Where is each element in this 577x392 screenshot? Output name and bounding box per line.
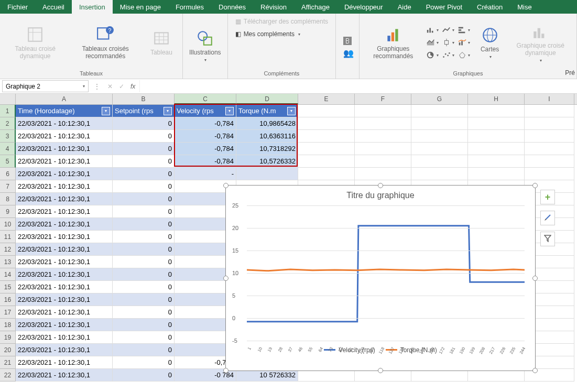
resize-handle-n[interactable] (378, 183, 383, 188)
ribbon-tab-affichage[interactable]: Affichage (294, 0, 337, 14)
cell[interactable]: 0 (113, 268, 175, 281)
cell[interactable]: 0 (113, 369, 175, 382)
cell[interactable]: Setpoint (rps▾ (113, 105, 175, 117)
row-header[interactable]: 9 (0, 205, 16, 218)
cell[interactable]: 0 (113, 117, 175, 130)
chart-filter-button[interactable] (540, 232, 555, 246)
embedded-chart[interactable]: + Titre du graphique -505101520251101928… (225, 185, 536, 371)
column-header-C[interactable]: C (175, 94, 236, 104)
filter-dropdown-icon[interactable]: ▾ (102, 107, 110, 115)
cell[interactable]: 0 (113, 155, 175, 168)
recommended-charts-button[interactable]: Graphiques recommandés (365, 24, 422, 62)
row-header[interactable]: 17 (0, 306, 16, 319)
cell[interactable] (298, 105, 355, 117)
column-header-A[interactable]: A (16, 94, 113, 104)
recommended-pivot-button[interactable]: ? Tableaux croisés recommandés (69, 24, 141, 62)
insert-function-icon[interactable]: ⋮ (91, 83, 103, 90)
cell[interactable] (411, 143, 468, 155)
row-header[interactable]: 8 (0, 193, 16, 205)
filter-dropdown-icon[interactable]: ▾ (287, 107, 296, 115)
cell[interactable]: -0,784 (175, 143, 236, 155)
ribbon-tab-révision[interactable]: Révision (253, 0, 294, 14)
cell[interactable] (411, 155, 468, 168)
cell[interactable]: 22/03/2021 - 10:12:30,1 (16, 218, 113, 231)
row-header[interactable]: 22 (0, 369, 16, 382)
cell[interactable]: 22/03/2021 - 10:12:30,1 (16, 155, 113, 168)
column-header-E[interactable]: E (298, 94, 355, 104)
line-chart-icon[interactable]: ▾ (442, 24, 454, 36)
column-header-I[interactable]: I (525, 94, 574, 104)
cell[interactable]: 22/03/2021 - 10:12:30,1 (16, 306, 113, 319)
resize-handle-s[interactable] (378, 368, 383, 373)
row-header[interactable]: 21 (0, 356, 16, 369)
cell[interactable] (468, 168, 525, 180)
row-header[interactable]: 7 (0, 180, 16, 193)
cell[interactable]: 22/03/2021 - 10:12:30,1 (16, 143, 113, 155)
cell[interactable] (468, 105, 525, 117)
resize-handle-e[interactable] (532, 276, 538, 281)
cell[interactable]: 22/03/2021 - 10:12:30,1 (16, 356, 113, 369)
cell[interactable]: 0 (113, 256, 175, 268)
resize-handle-sw[interactable] (223, 368, 228, 373)
cell[interactable]: -0,784 (175, 130, 236, 143)
cell[interactable] (236, 168, 298, 180)
name-box[interactable]: Graphique 2 ▾ (2, 80, 89, 92)
cell[interactable]: 0 (113, 319, 175, 331)
cell[interactable]: 22/03/2021 - 10:12:30,1 (16, 256, 113, 268)
cell[interactable]: 22/03/2021 - 10:12:30,1 (16, 193, 113, 205)
cell[interactable]: 0 (113, 205, 175, 218)
ribbon-tab-développeur[interactable]: Développeur (337, 0, 390, 14)
row-header[interactable]: 2 (0, 117, 16, 130)
cell[interactable]: 0 (113, 344, 175, 356)
radar-chart-icon[interactable]: ▾ (458, 49, 470, 61)
cell[interactable]: 0 (113, 293, 175, 306)
cell[interactable]: 22/03/2021 - 10:12:30,1 (16, 331, 113, 344)
cell[interactable]: 22/03/2021 - 10:12:30,1 (16, 293, 113, 306)
my-addins-button[interactable]: ◧ Mes compléments ▾ (233, 29, 302, 39)
row-header[interactable]: 19 (0, 331, 16, 344)
cell[interactable]: Time (Horodatage)▾ (16, 105, 113, 117)
cell[interactable]: 0 (113, 306, 175, 319)
chart-elements-button[interactable]: + (540, 190, 555, 204)
cell[interactable]: 22/03/2021 - 10:12:30,1 (16, 281, 113, 293)
cell[interactable] (468, 117, 525, 130)
column-header-F[interactable]: F (355, 94, 411, 104)
cell[interactable] (355, 105, 411, 117)
cell[interactable]: 22/03/2021 - 10:12:30,1 (16, 344, 113, 356)
cell[interactable]: 10,9865428 (236, 117, 298, 130)
cell[interactable]: 22/03/2021 - 10:12:30,1 (16, 231, 113, 243)
resize-handle-nw[interactable] (223, 183, 228, 188)
row-header[interactable]: 10 (0, 218, 16, 231)
statistical-chart-icon[interactable]: ▾ (442, 37, 454, 48)
cell[interactable]: -0,784 (175, 117, 236, 130)
pivot-table-button[interactable]: Tableau croisé dynamique (5, 24, 65, 62)
cell[interactable]: - (175, 168, 236, 180)
row-header[interactable]: 4 (0, 143, 16, 155)
row-header[interactable]: 13 (0, 256, 16, 268)
cell[interactable] (298, 130, 355, 143)
cell[interactable]: 22/03/2021 - 10:12:30,1 (16, 268, 113, 281)
cell[interactable]: 22/03/2021 - 10:12:30,1 (16, 205, 113, 218)
column-chart-icon[interactable]: ▾ (458, 24, 470, 36)
row-header[interactable]: 5 (0, 155, 16, 168)
fx-icon[interactable]: fx (130, 83, 135, 90)
area-chart-icon[interactable]: ▾ (426, 37, 439, 48)
cell[interactable]: 0 (113, 243, 175, 256)
resize-handle-w[interactable] (223, 276, 228, 281)
cell[interactable] (298, 168, 355, 180)
bar-chart-icon[interactable]: ▾ (426, 24, 439, 36)
scatter-chart-icon[interactable]: ▾ (442, 49, 454, 61)
cell[interactable]: Velocity (rps▾ (175, 105, 236, 117)
cell[interactable] (298, 143, 355, 155)
ribbon-tab-fichier[interactable]: Fichier (0, 0, 35, 14)
cell[interactable]: 0 (113, 356, 175, 369)
cell[interactable] (525, 130, 574, 143)
table-button[interactable]: Tableau (146, 27, 177, 58)
cell[interactable] (468, 130, 525, 143)
ribbon-tab-données[interactable]: Données (211, 0, 253, 14)
maps-button[interactable]: Cartes ▾ (474, 24, 506, 61)
row-header[interactable]: 6 (0, 168, 16, 180)
cell[interactable] (355, 155, 411, 168)
cell[interactable]: 10,5726332 (236, 155, 298, 168)
row-header[interactable]: 11 (0, 231, 16, 243)
